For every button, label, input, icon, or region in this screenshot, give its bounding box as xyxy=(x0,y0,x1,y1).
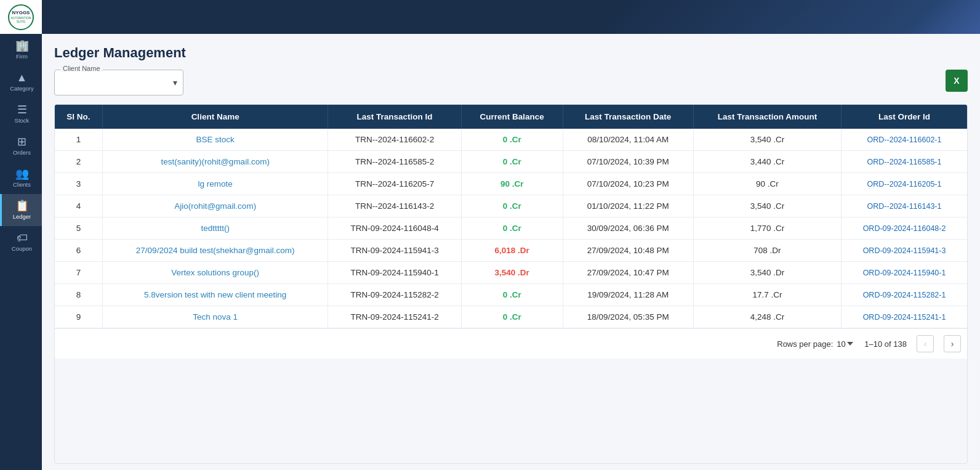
client-link-7[interactable]: 5.8version test with new client meeting xyxy=(144,290,286,299)
order-link-6[interactable]: ORD-09-2024-115940-1 xyxy=(863,269,946,277)
sidebar-item-clients[interactable]: 👥 Clients xyxy=(0,162,42,194)
sidebar-item-category[interactable]: ▲ Category xyxy=(0,66,42,98)
client-link-3[interactable]: Ajio(rohit@gmail.com) xyxy=(174,201,256,211)
order-link-1[interactable]: ORD--2024-116585-1 xyxy=(867,158,942,166)
top-header xyxy=(42,0,980,34)
cell-order-id-2[interactable]: ORD--2024-116205-1 xyxy=(841,173,967,195)
cell-balance-2: 90 .Cr xyxy=(461,173,563,195)
order-link-4[interactable]: ORD-09-2024-116048-2 xyxy=(863,224,946,233)
cell-order-id-7[interactable]: ORD-09-2024-115282-1 xyxy=(841,284,967,306)
cell-client-7[interactable]: 5.8version test with new client meeting xyxy=(102,284,328,306)
col-last-order-id: Last Order Id xyxy=(841,105,967,129)
sidebar-label-clients: Clients xyxy=(13,181,31,188)
table-header-row: Sl No. Client Name Last Transaction Id C… xyxy=(55,105,967,129)
app-logo: NYGGS AUTOMATION SUITE xyxy=(0,0,42,34)
cell-txn-date-4: 30/09/2024, 06:36 PM xyxy=(563,217,693,240)
cell-order-id-1[interactable]: ORD--2024-116585-1 xyxy=(841,151,967,173)
sidebar-item-orders[interactable]: ⊞ Orders xyxy=(0,130,42,162)
cell-client-2[interactable]: lg remote xyxy=(102,173,328,195)
cell-order-id-4[interactable]: ORD-09-2024-116048-2 xyxy=(841,217,967,240)
cell-txn-amount-6: 3,540 .Dr xyxy=(693,262,841,284)
order-link-2[interactable]: ORD--2024-116205-1 xyxy=(867,180,942,188)
cell-client-4[interactable]: tedttttt() xyxy=(102,217,328,240)
col-last-txn-amount: Last Transaction Amount xyxy=(693,105,841,129)
rows-per-page-label: Rows per page: xyxy=(777,339,833,349)
sidebar-item-ledger[interactable]: 📋 Ledger xyxy=(0,194,42,226)
excel-icon: X xyxy=(954,76,959,86)
table-row: 6 27/09/2024 build test(shekhar@gmail.co… xyxy=(55,240,967,262)
cell-txn-date-2: 07/10/2024, 10:23 PM xyxy=(563,173,693,195)
cell-sl-6: 7 xyxy=(55,262,102,284)
main-content: Ledger Management Client Name ▾ X Sl No.… xyxy=(42,0,980,470)
cell-client-8[interactable]: Tech nova 1 xyxy=(102,306,328,328)
client-link-5[interactable]: 27/09/2024 build test(shekhar@gmail.com) xyxy=(136,246,295,255)
order-link-5[interactable]: ORD-09-2024-115941-3 xyxy=(863,246,946,255)
cell-balance-1: 0 .Cr xyxy=(461,151,563,173)
cell-client-1[interactable]: test(sanity)(rohit@gmail.com) xyxy=(102,151,328,173)
cell-order-id-8[interactable]: ORD-09-2024-115241-1 xyxy=(841,306,967,328)
cell-order-id-6[interactable]: ORD-09-2024-115940-1 xyxy=(841,262,967,284)
category-icon: ▲ xyxy=(17,72,28,83)
cell-sl-5: 6 xyxy=(55,240,102,262)
cell-txn-amount-2: 90 .Cr xyxy=(693,173,841,195)
col-sl-no: Sl No. xyxy=(55,105,102,129)
sidebar: NYGGS AUTOMATION SUITE 🏢 Firm ▲ Category… xyxy=(0,0,42,470)
cell-client-0[interactable]: BSE stock xyxy=(102,129,328,151)
cell-order-id-5[interactable]: ORD-09-2024-115941-3 xyxy=(841,240,967,262)
stock-icon: ☰ xyxy=(17,104,27,115)
client-name-select[interactable] xyxy=(54,70,183,95)
cell-txn-date-8: 18/09/2024, 05:35 PM xyxy=(563,306,693,328)
ledger-icon: 📋 xyxy=(15,200,29,211)
cell-txn-id-7: TRN-09-2024-115282-2 xyxy=(328,284,461,306)
sidebar-item-coupon[interactable]: 🏷 Coupon xyxy=(0,226,42,258)
cell-txn-date-5: 27/09/2024, 10:48 PM xyxy=(563,240,693,262)
logo-subtitle: AUTOMATION SUITE xyxy=(9,16,33,23)
client-link-6[interactable]: Vertex solutions group() xyxy=(171,268,259,277)
cell-txn-id-6: TRN-09-2024-115940-1 xyxy=(328,262,461,284)
cell-client-3[interactable]: Ajio(rohit@gmail.com) xyxy=(102,195,328,217)
client-link-0[interactable]: BSE stock xyxy=(196,135,235,144)
cell-txn-id-0: TRN--2024-116602-2 xyxy=(328,129,461,151)
cell-balance-8: 0 .Cr xyxy=(461,306,563,328)
export-excel-button[interactable]: X xyxy=(946,70,968,92)
client-link-4[interactable]: tedttttt() xyxy=(201,224,230,233)
rows-per-page-container: Rows per page: 10 25 50 xyxy=(777,339,854,349)
sidebar-label-ledger: Ledger xyxy=(13,213,31,220)
cell-client-6[interactable]: Vertex solutions group() xyxy=(102,262,328,284)
client-link-1[interactable]: test(sanity)(rohit@gmail.com) xyxy=(161,157,270,166)
cell-sl-2: 3 xyxy=(55,173,102,195)
client-name-field: Client Name ▾ xyxy=(54,70,183,95)
order-link-0[interactable]: ORD--2024-116602-1 xyxy=(867,136,942,144)
cell-sl-8: 9 xyxy=(55,306,102,328)
cell-txn-date-1: 07/10/2024, 10:39 PM xyxy=(563,151,693,173)
sidebar-item-stock[interactable]: ☰ Stock xyxy=(0,98,42,130)
cell-order-id-0[interactable]: ORD--2024-116602-1 xyxy=(841,129,967,151)
cell-balance-0: 0 .Cr xyxy=(461,129,563,151)
cell-txn-id-4: TRN-09-2024-116048-4 xyxy=(328,217,461,240)
order-link-8[interactable]: ORD-09-2024-115241-1 xyxy=(863,313,946,322)
order-link-7[interactable]: ORD-09-2024-115282-1 xyxy=(863,291,946,299)
pagination-next-button[interactable]: › xyxy=(944,335,961,352)
sidebar-label-stock: Stock xyxy=(15,117,30,124)
table-row: 2 test(sanity)(rohit@gmail.com) TRN--202… xyxy=(55,151,967,173)
pagination-prev-button[interactable]: ‹ xyxy=(917,335,934,352)
sidebar-label-coupon: Coupon xyxy=(12,245,32,252)
cell-txn-amount-8: 4,248 .Cr xyxy=(693,306,841,328)
cell-sl-4: 5 xyxy=(55,217,102,240)
client-link-2[interactable]: lg remote xyxy=(198,179,233,188)
client-link-8[interactable]: Tech nova 1 xyxy=(193,312,238,322)
cell-sl-1: 2 xyxy=(55,151,102,173)
cell-client-5[interactable]: 27/09/2024 build test(shekhar@gmail.com) xyxy=(102,240,328,262)
table-body: 1 BSE stock TRN--2024-116602-2 0 .Cr 08/… xyxy=(55,129,967,328)
clients-icon: 👥 xyxy=(15,168,29,179)
table-footer: Rows per page: 10 25 50 1–10 of 138 ‹ › xyxy=(55,328,967,359)
page-title: Ledger Management xyxy=(54,45,968,61)
sidebar-item-firm[interactable]: 🏢 Firm xyxy=(0,34,42,66)
sidebar-label-category: Category xyxy=(10,85,34,92)
cell-txn-amount-4: 1,770 .Cr xyxy=(693,217,841,240)
order-link-3[interactable]: ORD--2024-116143-1 xyxy=(867,202,942,211)
rows-per-page-select[interactable]: 10 25 50 xyxy=(837,339,854,349)
cell-balance-5: 6,018 .Dr xyxy=(461,240,563,262)
toolbar: Client Name ▾ X xyxy=(54,70,968,95)
cell-order-id-3[interactable]: ORD--2024-116143-1 xyxy=(841,195,967,217)
